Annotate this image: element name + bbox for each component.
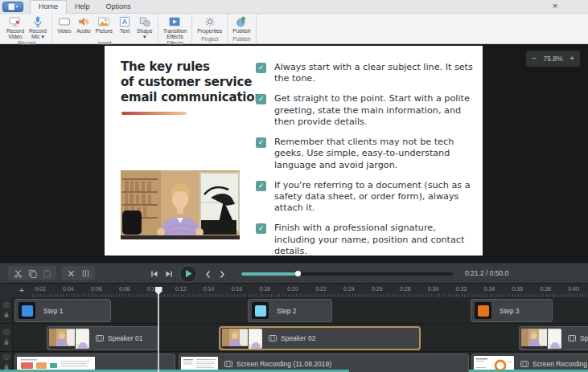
clip-thumbnail [521, 329, 561, 349]
delete-button[interactable] [65, 268, 76, 279]
video-button[interactable]: Video [55, 14, 74, 34]
ruler-tick-label: 0:12 [175, 286, 187, 292]
clip-label: Step 3 [500, 307, 520, 315]
edit-button-group [8, 266, 56, 280]
timeline-clip-shape[interactable]: Step 3 [471, 299, 553, 322]
tab-list: HomeHelpOptions [30, 0, 139, 13]
timeline-clip-shape[interactable]: Step 1 [14, 299, 111, 322]
split-icon [81, 269, 90, 278]
ribbon-group-label: Publish [230, 35, 253, 43]
close-button[interactable]: × [549, 1, 561, 10]
ribbon: HomeHelpOptions × RecordVideo RecordMic … [0, 0, 588, 44]
tab-help[interactable]: Help [67, 1, 98, 13]
film-icon [224, 360, 232, 368]
check-icon: ✓ [256, 137, 266, 148]
checklist-item-text: Finish with a professional signature, in… [274, 223, 475, 257]
track-header [0, 297, 13, 323]
track-visibility-toggle[interactable] [2, 354, 10, 360]
zoom-out-button[interactable]: − [532, 51, 537, 67]
audio-button[interactable]: Audio [74, 14, 93, 34]
clip-edit-buttons [8, 266, 100, 280]
ribbon-group-label: Project [195, 35, 224, 43]
seek-slider-fill [241, 272, 298, 276]
properties-button[interactable]: Properties [195, 14, 224, 34]
time-display: 0:21.2 / 0:50.0 [465, 264, 508, 284]
checklist-item: ✓ Get straight to the point. Start with … [256, 93, 475, 128]
ribbon-button-label: RecordMic ▾ [29, 28, 47, 39]
ribbon-button-label: RecordVideo [6, 28, 24, 39]
clip-label: Screen Recording (11.08.2019) [236, 360, 331, 368]
paste-icon [43, 269, 51, 278]
copy-button[interactable] [27, 268, 38, 279]
app-menu-button[interactable] [2, 2, 23, 12]
shape-button[interactable]: Shape▾ [134, 14, 155, 39]
timeline-clip-shape[interactable]: Step 2 [248, 299, 332, 322]
ruler-tick-label: 0:08 [119, 286, 130, 292]
clip-thumbnail [19, 302, 35, 319]
clip-thumbnail [475, 302, 491, 319]
app-menu-icon [8, 3, 19, 10]
checklist-item: ✓ If you're referring to a document (suc… [256, 180, 475, 215]
timeline-clip-speaker[interactable]: Speaker 03 [519, 326, 588, 350]
track-lock-toggle[interactable] [3, 338, 10, 345]
checklist-item: ✓ Finish with a professional signature, … [256, 223, 475, 257]
publish-button[interactable]: Publish [230, 14, 253, 34]
ruler-tick-label: 0:36 [512, 286, 523, 292]
publish-icon [235, 14, 248, 28]
slide-title: The key rulesof customer serviceemail co… [121, 59, 263, 105]
cut-icon [14, 269, 23, 278]
paste-button[interactable] [41, 268, 52, 279]
tab-options[interactable]: Options [98, 1, 139, 13]
timeline-clip-speaker[interactable]: Speaker 02 [219, 326, 421, 350]
picture-button[interactable]: Picture [93, 14, 115, 34]
ribbon-group-label: Record [4, 39, 49, 47]
track-speakers: Speaker 01 Speaker 02 [0, 324, 588, 352]
track-shapes: Step 1 Step 2 Step 3 [0, 297, 588, 324]
skip-to-start-button[interactable] [148, 267, 160, 281]
zoom-in-button[interactable]: + [569, 51, 574, 67]
check-icon: ✓ [256, 63, 266, 73]
ribbon-button-label: Audio [76, 28, 90, 34]
application-window: HomeHelpOptions × RecordVideo RecordMic … [0, 0, 588, 372]
shape-icon [138, 14, 151, 28]
checklist-item-text: Always start with a clear subject line. … [274, 62, 475, 84]
play-icon [185, 267, 192, 281]
ribbon-button-label: TransitionEffects [163, 28, 187, 39]
skip-to-end-button[interactable] [162, 267, 175, 281]
speaker-video-frame[interactable] [121, 170, 240, 239]
svg-text:A: A [122, 18, 128, 26]
track-visibility-toggle[interactable] [2, 329, 10, 335]
ruler-tick-label: 0:22 [315, 286, 327, 292]
seek-slider[interactable] [241, 272, 453, 276]
text-button[interactable]: A Text [115, 14, 134, 34]
split-button[interactable] [80, 268, 91, 279]
record-video-icon [9, 14, 22, 28]
timeline-clip-speaker[interactable]: Speaker 01 [47, 326, 158, 350]
seek-slider-handle[interactable] [295, 271, 301, 276]
step-back-button[interactable] [202, 267, 214, 281]
film-icon [96, 334, 104, 342]
record-mic-button[interactable]: RecordMic ▾ [27, 14, 49, 39]
transition-effects-button[interactable]: TransitionEffects [161, 14, 190, 39]
play-button[interactable] [179, 265, 197, 283]
cut-button[interactable] [12, 268, 23, 279]
tab-home[interactable]: Home [30, 0, 67, 14]
transport-controls [148, 264, 228, 284]
film-icon [520, 360, 528, 368]
zoom-level-value: 75.8% [543, 55, 562, 63]
copy-icon [28, 269, 37, 278]
add-track-button[interactable]: + [16, 285, 27, 296]
clip-label: Step 1 [43, 307, 64, 315]
record-video-button[interactable]: RecordVideo [4, 14, 27, 39]
step-forward-button[interactable] [216, 267, 228, 281]
check-icon: ✓ [256, 94, 266, 104]
track-visibility-toggle[interactable] [2, 302, 10, 308]
ribbon-button-label: Text [120, 28, 130, 34]
check-icon: ✓ [256, 181, 266, 191]
track-lock-toggle[interactable] [3, 311, 10, 318]
slide[interactable]: The key rulesof customer serviceemail co… [105, 46, 483, 255]
ribbon-toolbar: RecordVideo RecordMic ▾ Record Video Aud… [0, 14, 588, 43]
ribbon-button-label: Properties [197, 28, 222, 34]
ruler-tick-label: 0:02 [35, 286, 46, 292]
timeline-ruler[interactable]: + 0:020:040:060:080:100:120:140:160:180:… [0, 283, 588, 297]
